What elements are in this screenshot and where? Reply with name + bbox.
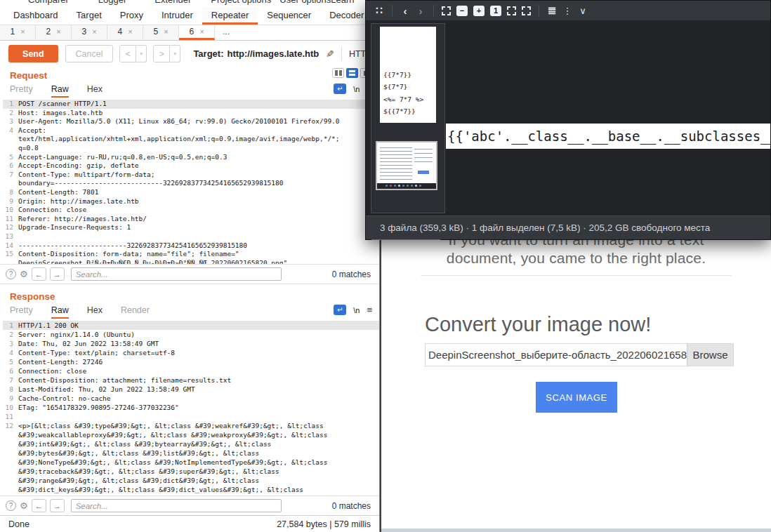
- line-number: 8: [3, 385, 18, 394]
- menu-tab[interactable]: User options: [279, 0, 331, 6]
- view-tab[interactable]: Raw: [51, 84, 69, 98]
- zoom-in-icon[interactable]: +: [473, 6, 485, 16]
- repeater-tab[interactable]: 1×: [0, 25, 36, 40]
- fit-width-icon[interactable]: [507, 6, 516, 15]
- next-match-button[interactable]: →: [50, 267, 65, 281]
- image-viewer-dialog: ∷‹›−+1≣⋮∨ {{7*7}}${7*7}<%= 7*7 %>${{7*7}…: [365, 0, 771, 240]
- history-back-button[interactable]: < ▾: [119, 45, 147, 62]
- line-number: [3, 467, 18, 476]
- module-tab[interactable]: Proxy: [111, 7, 152, 25]
- next-match-button[interactable]: →: [50, 499, 65, 512]
- chevron-down-icon[interactable]: ▾: [170, 45, 180, 62]
- newline-toggle-icon[interactable]: ↵: [334, 305, 346, 315]
- view-tab[interactable]: Pretty: [10, 305, 33, 319]
- line-text: Cache-Control: no-cache: [18, 394, 111, 403]
- menu-tab[interactable]: Comparer: [28, 0, 69, 6]
- prev-match-button[interactable]: ←: [32, 499, 46, 512]
- module-tab[interactable]: Repeater: [202, 7, 258, 25]
- menu-kebab-icon[interactable]: ⋮: [562, 5, 572, 16]
- close-icon[interactable]: ×: [164, 27, 168, 36]
- divider: [421, 275, 732, 276]
- line-text: POST /scanner HTTP/1.1: [18, 100, 107, 109]
- menu-tab[interactable]: Learn: [331, 0, 354, 6]
- repeater-tab[interactable]: 3×: [72, 25, 107, 40]
- module-tab[interactable]: Target: [67, 7, 111, 25]
- line-number: 9: [3, 394, 18, 403]
- chevron-down-icon[interactable]: ∨: [578, 5, 588, 16]
- folder-view-icon[interactable]: ∷: [374, 5, 384, 16]
- close-icon[interactable]: ×: [92, 27, 96, 36]
- response-match-count: 0 matches: [332, 501, 371, 511]
- view-tab[interactable]: Pretty: [10, 84, 33, 98]
- line-number: 15: [3, 250, 18, 259]
- file-upload-input[interactable]: DeepinScreenshot_выберите-область_202206…: [425, 343, 734, 366]
- close-icon[interactable]: ×: [128, 27, 132, 36]
- module-tab[interactable]: Dashboard: [4, 7, 67, 25]
- panel-menu-icon[interactable]: ≡: [367, 305, 372, 315]
- thumbnail-strip-icon[interactable]: ≣: [547, 5, 557, 16]
- layout-rows-button[interactable]: [346, 68, 358, 78]
- expand-icon[interactable]: [522, 6, 531, 15]
- image-file-thumbnail[interactable]: [376, 141, 437, 190]
- newline-toggle-icon[interactable]: ↵: [334, 84, 346, 94]
- repeater-tab[interactable]: 5×: [143, 25, 179, 40]
- repeater-tab[interactable]: 4×: [107, 25, 143, 40]
- view-tab[interactable]: Render: [121, 305, 150, 319]
- edit-pencil-icon[interactable]: ✎: [326, 48, 334, 60]
- gear-icon[interactable]: ⚙: [20, 500, 28, 511]
- forward-icon[interactable]: ›: [416, 5, 426, 16]
- menu-tab[interactable]: Extender: [154, 0, 191, 6]
- close-icon[interactable]: ×: [20, 27, 25, 36]
- line-number: 9: [3, 197, 18, 206]
- zoom-out-icon[interactable]: −: [456, 6, 468, 16]
- help-icon[interactable]: ?: [6, 269, 16, 279]
- code-line: 12 Upgrade-Insecure-Requests: 1: [3, 223, 379, 232]
- close-icon[interactable]: ×: [199, 27, 204, 36]
- request-editor[interactable]: 1 POST /scanner HTTP/1.1 2 Host: images.…: [0, 98, 379, 264]
- zoom-100-icon[interactable]: 1: [490, 6, 501, 16]
- close-icon[interactable]: ×: [56, 27, 60, 36]
- thumbnail-taskbar: [377, 183, 436, 189]
- module-tab[interactable]: Intruder: [152, 7, 202, 25]
- divider: [341, 47, 342, 61]
- help-icon[interactable]: ?: [6, 500, 16, 511]
- request-view-tabs: PrettyRawHex ↵ \n ≡: [0, 84, 379, 98]
- code-line: 1 HTTP/1.1 200 OK: [3, 321, 379, 330]
- chevron-down-icon[interactable]: ▾: [136, 45, 147, 62]
- send-button[interactable]: Send: [8, 45, 58, 62]
- history-forward-button[interactable]: > ▾: [153, 45, 180, 62]
- response-search-input[interactable]: [71, 499, 282, 512]
- view-tab[interactable]: Raw: [51, 305, 69, 319]
- request-search-input[interactable]: [71, 267, 282, 281]
- cancel-button[interactable]: Cancel: [65, 45, 114, 62]
- response-viewer[interactable]: 1 HTTP/1.1 200 OK 2 Server: nginx/1.14.0…: [0, 319, 379, 496]
- menu-tab[interactable]: Project options: [211, 0, 271, 6]
- line-text: Content-Disposition: attachment; filenam…: [18, 375, 231, 385]
- layout-columns-button[interactable]: [332, 68, 344, 78]
- browse-button[interactable]: Browse: [687, 344, 733, 366]
- gear-icon[interactable]: ⚙: [20, 269, 28, 279]
- text-file-thumbnail[interactable]: {{7*7}}${7*7}<%= 7*7 %>${{7*7}}: [380, 27, 436, 123]
- line-number: 6: [3, 366, 18, 375]
- payload-line: {{7*7}}: [383, 69, 433, 81]
- line-text: Content-Length: 7801: [18, 188, 98, 197]
- repeater-tab[interactable]: ...: [215, 25, 243, 40]
- prev-match-button[interactable]: ←: [32, 267, 46, 281]
- line-text: Content-Type: text/plain; charset=utf-8: [18, 348, 175, 357]
- menu-tab[interactable]: Logger: [98, 0, 126, 6]
- code-line: 7 Content-Type: multipart/form-data;: [3, 171, 379, 180]
- repeater-tab[interactable]: 2×: [36, 25, 72, 40]
- fit-window-icon[interactable]: [442, 6, 451, 15]
- line-text: Last-Modified: Thu, 02 Jun 2022 13:58:49…: [18, 385, 195, 394]
- back-icon[interactable]: ‹: [400, 5, 410, 16]
- scan-image-button[interactable]: SCAN IMAGE: [536, 382, 617, 413]
- toolbar-separator: [433, 5, 434, 16]
- line-number: [3, 458, 18, 467]
- response-view-tabs: PrettyRawHexRender ↵ \n ≡: [0, 305, 379, 319]
- code-line: &#39;weakcallableproxy&#39;&gt;, &lt;cla…: [3, 430, 379, 439]
- viewer-toolbar: ∷‹›−+1≣⋮∨: [366, 1, 770, 21]
- view-tab[interactable]: Hex: [87, 305, 103, 319]
- view-tab[interactable]: Hex: [87, 84, 103, 98]
- module-tab[interactable]: Sequencer: [258, 7, 320, 25]
- repeater-tab[interactable]: 6×: [179, 25, 215, 40]
